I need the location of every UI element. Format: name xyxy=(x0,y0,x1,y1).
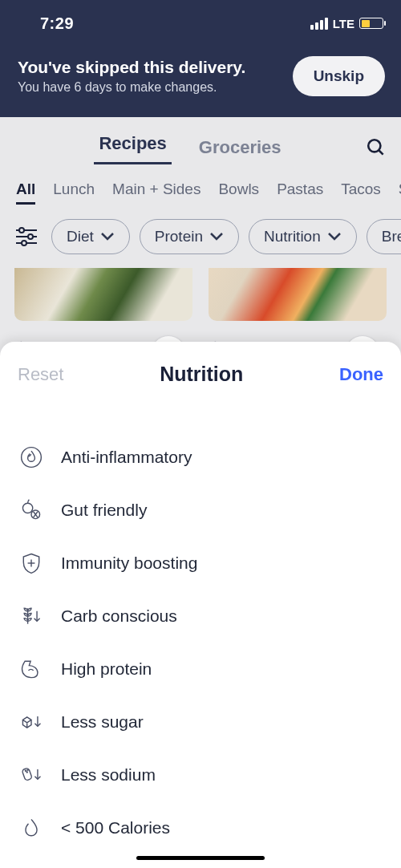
calorie-icon xyxy=(18,814,45,842)
svg-point-8 xyxy=(22,448,42,468)
sugar-down-icon xyxy=(18,708,45,736)
svg-line-1 xyxy=(379,150,383,154)
recipe-image xyxy=(14,268,192,321)
option-label: Less sugar xyxy=(61,712,144,732)
tab-groceries[interactable]: Groceries xyxy=(194,134,286,161)
wheat-down-icon xyxy=(18,602,45,630)
chevron-down-icon xyxy=(327,232,342,241)
done-button[interactable]: Done xyxy=(339,364,383,385)
unskip-button[interactable]: Unskip xyxy=(293,56,385,96)
option-label: High protein xyxy=(61,659,152,679)
option-label: Gut friendly xyxy=(61,501,147,520)
chevron-down-icon xyxy=(100,232,115,241)
chip-breakfast[interactable]: Breakf xyxy=(367,219,401,254)
salt-down-icon xyxy=(18,761,45,789)
svg-point-5 xyxy=(28,234,33,239)
option-less-sodium[interactable]: Less sodium xyxy=(18,748,383,801)
option-under-500-calories[interactable]: < 500 Calories xyxy=(18,801,383,854)
option-label: Less sodium xyxy=(61,765,156,785)
category-pastas[interactable]: Pastas xyxy=(277,180,323,198)
svg-point-7 xyxy=(22,241,26,245)
veggie-icon xyxy=(18,497,45,524)
chip-label: Nutrition xyxy=(264,228,321,245)
home-indicator[interactable] xyxy=(136,856,265,860)
sheet-title: Nutrition xyxy=(160,363,243,386)
svg-point-18 xyxy=(26,772,27,773)
banner-title: You've skipped this delivery. xyxy=(18,58,245,77)
option-label: Carb conscious xyxy=(61,606,177,626)
shield-plus-icon xyxy=(18,550,45,577)
chip-nutrition[interactable]: Nutrition xyxy=(249,219,357,254)
tab-recipes[interactable]: Recipes xyxy=(94,130,171,164)
network-label: LTE xyxy=(333,17,354,30)
status-bar: 7:29 LTE xyxy=(0,0,401,43)
signal-bars-icon xyxy=(310,18,328,30)
banner-subtitle: You have 6 days to make changes. xyxy=(18,80,245,95)
chevron-down-icon xyxy=(209,232,224,241)
svg-point-0 xyxy=(368,140,380,152)
chip-label: Diet xyxy=(67,228,94,245)
main-tabs: Recipes Groceries xyxy=(0,117,401,164)
nutrition-filter-sheet: Reset Nutrition Done Anti-inflammatory G… xyxy=(0,342,401,868)
category-main-sides[interactable]: Main + Sides xyxy=(112,180,200,198)
option-less-sugar[interactable]: Less sugar xyxy=(18,696,383,748)
status-time: 7:29 xyxy=(40,14,74,33)
filter-sliders-icon[interactable] xyxy=(14,227,38,246)
bicep-icon xyxy=(18,655,45,683)
svg-point-3 xyxy=(19,228,24,233)
option-high-protein[interactable]: High protein xyxy=(18,643,383,696)
filter-chip-row[interactable]: Diet Protein Nutrition Breakf xyxy=(0,205,401,270)
category-row[interactable]: All Lunch Main + Sides Bowls Pastas Taco… xyxy=(0,164,401,205)
category-all[interactable]: All xyxy=(16,180,35,198)
battery-icon xyxy=(359,18,383,29)
category-bowls[interactable]: Bowls xyxy=(218,180,259,198)
flame-leaf-icon xyxy=(18,444,45,471)
option-carb-conscious[interactable]: Carb conscious xyxy=(18,590,383,643)
svg-point-16 xyxy=(25,770,26,771)
option-label: Immunity boosting xyxy=(61,554,197,573)
chip-protein[interactable]: Protein xyxy=(140,219,239,254)
option-label: < 500 Calories xyxy=(61,818,170,838)
reset-button[interactable]: Reset xyxy=(18,364,63,385)
search-icon[interactable] xyxy=(366,137,387,158)
option-gut-friendly[interactable]: Gut friendly xyxy=(18,484,383,537)
recipe-image xyxy=(209,268,387,321)
chip-diet[interactable]: Diet xyxy=(51,219,130,254)
chip-label: Breakf xyxy=(382,228,401,245)
option-immunity-boosting[interactable]: Immunity boosting xyxy=(18,537,383,590)
category-lunch[interactable]: Lunch xyxy=(53,180,95,198)
nutrition-options-list: Anti-inflammatory Gut friendly Immunity … xyxy=(18,431,383,854)
option-anti-inflammatory[interactable]: Anti-inflammatory xyxy=(18,431,383,484)
delivery-banner: You've skipped this delivery. You have 6… xyxy=(0,43,401,117)
chip-label: Protein xyxy=(155,228,203,245)
svg-point-17 xyxy=(27,769,28,770)
svg-point-9 xyxy=(22,503,32,513)
option-label: Anti-inflammatory xyxy=(61,448,192,467)
category-tacos[interactable]: Tacos xyxy=(341,180,381,198)
